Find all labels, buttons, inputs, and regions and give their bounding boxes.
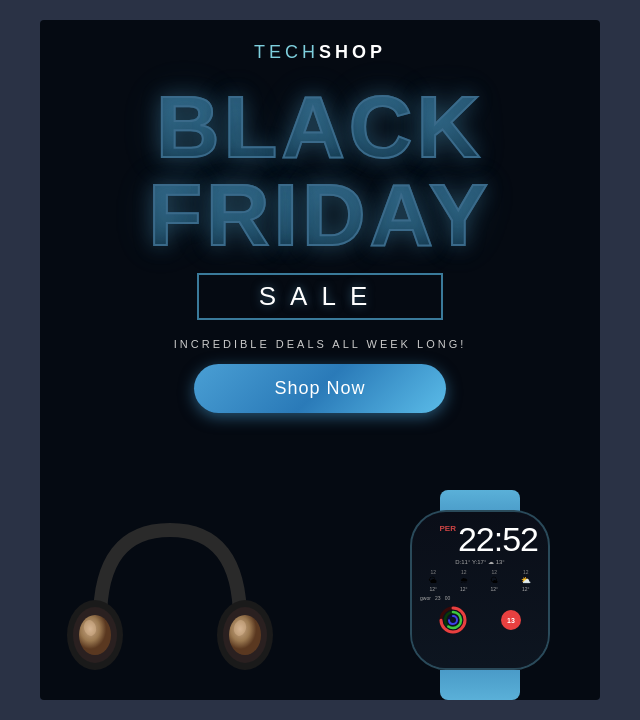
forecast-3: 12 🌤 12° [490, 569, 498, 592]
email-container: TECHSHOP BLACK FRIDAY SALE INCREDIBLE DE… [40, 20, 600, 700]
brand-tech: TECH [254, 42, 319, 62]
header: TECHSHOP [254, 20, 386, 73]
sale-box: SALE [197, 273, 444, 320]
tagline: INCREDIBLE DEALS ALL WEEK LONG! [174, 338, 467, 350]
watch-meridiem: PER [439, 524, 455, 533]
watch-time: 22:52 [458, 522, 538, 556]
forecast-2: 12 🌧 12° [460, 569, 468, 592]
svg-point-5 [229, 615, 261, 655]
watch-screen: PER 22:52 D:11° Y:17° ☁ 13° 12 🌥 12° 1 [412, 512, 548, 668]
shop-now-button[interactable]: Shop Now [194, 364, 445, 413]
svg-point-2 [79, 615, 111, 655]
watch-forecast: 12 🌥 12° 12 🌧 12° 12 🌤 [418, 569, 542, 592]
watch-body: PER 22:52 D:11° Y:17° ☁ 13° 12 🌥 12° 1 [410, 510, 550, 670]
headline-line1: BLACK [156, 83, 484, 171]
headline-line2: FRIDAY [148, 171, 491, 259]
products-section: PER 22:52 D:11° Y:17° ☁ 13° 12 🌥 12° 1 [40, 431, 600, 700]
hero-section: BLACK FRIDAY SALE INCREDIBLE DEALS ALL W… [40, 73, 600, 700]
black-friday-text: BLACK FRIDAY [148, 83, 491, 259]
activity-rings [439, 606, 467, 634]
headphones-image [60, 490, 280, 700]
watch-label-row: gwor 23 00 [418, 594, 542, 602]
watch-weather: D:11° Y:17° ☁ 13° [418, 558, 542, 565]
forecast-1: 12 🌥 12° [429, 569, 437, 592]
smartwatch-image: PER 22:52 D:11° Y:17° ☁ 13° 12 🌥 12° 1 [390, 490, 570, 700]
watch-activity-badge: 13 [501, 610, 521, 630]
watch-time-row: PER 22:52 [418, 520, 542, 556]
forecast-4: 12 ⛅ 12° [521, 569, 531, 592]
headphones-svg [60, 490, 280, 700]
watch-band-bottom [440, 670, 520, 700]
watch-bottom-row: 13 [418, 606, 542, 634]
sale-text: SALE [259, 281, 382, 311]
brand-shop: SHOP [319, 42, 386, 62]
